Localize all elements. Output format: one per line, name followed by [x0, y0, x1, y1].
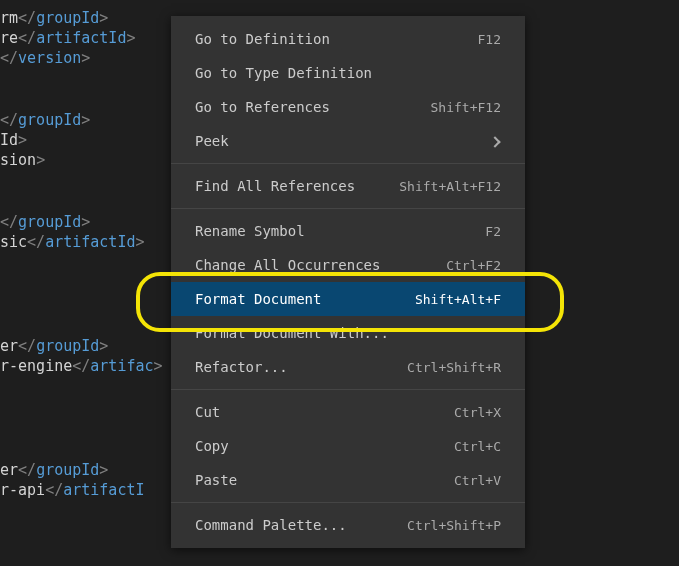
menu-item-label: Rename Symbol: [195, 223, 485, 239]
menu-item-shortcut: Ctrl+Shift+P: [407, 518, 501, 533]
menu-item-label: Copy: [195, 438, 454, 454]
menu-item-go-to-references[interactable]: Go to ReferencesShift+F12: [171, 90, 525, 124]
menu-item-cut[interactable]: CutCtrl+X: [171, 395, 525, 429]
menu-item-shortcut: Shift+Alt+F12: [399, 179, 501, 194]
menu-item-shortcut: Ctrl+F2: [446, 258, 501, 273]
menu-item-rename-symbol[interactable]: Rename SymbolF2: [171, 214, 525, 248]
menu-item-shortcut: Ctrl+V: [454, 473, 501, 488]
menu-item-label: Peek: [195, 133, 491, 149]
menu-item-label: Refactor...: [195, 359, 407, 375]
menu-item-label: Format Document With...: [195, 325, 501, 341]
menu-separator: [171, 502, 525, 503]
menu-item-shortcut: Ctrl+X: [454, 405, 501, 420]
menu-item-label: Go to Definition: [195, 31, 478, 47]
menu-item-find-all-references[interactable]: Find All ReferencesShift+Alt+F12: [171, 169, 525, 203]
menu-item-go-to-type-definition[interactable]: Go to Type Definition: [171, 56, 525, 90]
menu-item-go-to-definition[interactable]: Go to DefinitionF12: [171, 22, 525, 56]
menu-item-command-palette[interactable]: Command Palette...Ctrl+Shift+P: [171, 508, 525, 542]
menu-separator: [171, 208, 525, 209]
menu-item-label: Find All References: [195, 178, 399, 194]
menu-item-shortcut: F12: [478, 32, 501, 47]
menu-item-change-all-occurrences[interactable]: Change All OccurrencesCtrl+F2: [171, 248, 525, 282]
menu-item-label: Format Document: [195, 291, 415, 307]
menu-item-label: Command Palette...: [195, 517, 407, 533]
menu-item-paste[interactable]: PasteCtrl+V: [171, 463, 525, 497]
menu-item-shortcut: Ctrl+Shift+R: [407, 360, 501, 375]
chevron-right-icon: [491, 134, 501, 149]
context-menu: Go to DefinitionF12Go to Type Definition…: [171, 16, 525, 548]
menu-item-shortcut: Shift+F12: [431, 100, 501, 115]
menu-item-label: Cut: [195, 404, 454, 420]
menu-item-shortcut: Shift+Alt+F: [415, 292, 501, 307]
menu-item-peek[interactable]: Peek: [171, 124, 525, 158]
menu-item-shortcut: Ctrl+C: [454, 439, 501, 454]
menu-item-label: Go to References: [195, 99, 431, 115]
menu-item-copy[interactable]: CopyCtrl+C: [171, 429, 525, 463]
menu-separator: [171, 389, 525, 390]
menu-item-format-document-with[interactable]: Format Document With...: [171, 316, 525, 350]
menu-item-format-document[interactable]: Format DocumentShift+Alt+F: [171, 282, 525, 316]
menu-item-label: Go to Type Definition: [195, 65, 501, 81]
menu-item-refactor[interactable]: Refactor...Ctrl+Shift+R: [171, 350, 525, 384]
menu-item-label: Paste: [195, 472, 454, 488]
menu-item-label: Change All Occurrences: [195, 257, 446, 273]
menu-item-shortcut: F2: [485, 224, 501, 239]
menu-separator: [171, 163, 525, 164]
